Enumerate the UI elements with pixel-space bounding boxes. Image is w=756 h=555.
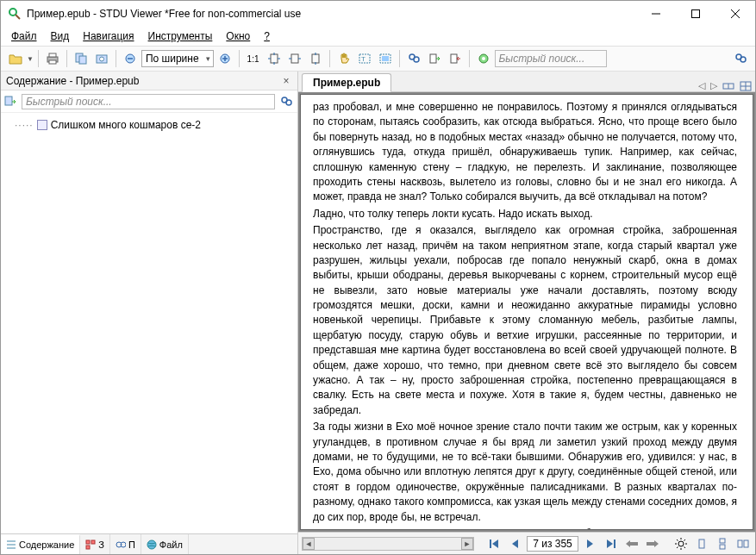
thumbnails-icon bbox=[85, 539, 96, 550]
minimize-button[interactable] bbox=[636, 1, 676, 27]
svg-point-12 bbox=[99, 57, 103, 61]
svg-point-0 bbox=[9, 9, 16, 16]
svg-line-1 bbox=[16, 15, 20, 19]
svg-rect-20 bbox=[312, 54, 319, 63]
sync-icon[interactable] bbox=[4, 96, 18, 108]
export-image-button[interactable] bbox=[446, 49, 465, 68]
zoom-out-button[interactable] bbox=[121, 49, 140, 68]
menu-file[interactable]: Файл bbox=[6, 28, 42, 44]
views-row-icon[interactable] bbox=[722, 81, 734, 91]
prev-page-button[interactable] bbox=[506, 536, 523, 552]
menu-help[interactable]: ? bbox=[259, 28, 275, 44]
svg-rect-52 bbox=[630, 542, 638, 546]
view-facing-button[interactable] bbox=[734, 536, 752, 552]
svg-point-30 bbox=[482, 57, 485, 60]
maximize-button[interactable] bbox=[676, 1, 715, 27]
quick-search-input[interactable]: Быстрый поиск... bbox=[495, 50, 607, 67]
history-forward-button[interactable] bbox=[644, 536, 661, 552]
separator bbox=[329, 50, 330, 67]
tab-prev-icon[interactable]: ◁ bbox=[698, 80, 705, 91]
paragraph: Всё к лучшему – наверняка через этот про… bbox=[313, 527, 737, 530]
separator bbox=[239, 50, 240, 67]
zoom-in-button[interactable] bbox=[216, 49, 234, 68]
svg-point-32 bbox=[740, 57, 746, 62]
snapshot-button[interactable] bbox=[92, 49, 111, 68]
content-viewport: раз пробовал, и мне совершенно не понрав… bbox=[298, 92, 755, 532]
separator bbox=[399, 50, 400, 67]
actual-size-button[interactable]: 1:1 bbox=[244, 49, 263, 68]
zoom-select[interactable]: По ширине bbox=[141, 50, 214, 67]
view-continuous-button[interactable] bbox=[714, 536, 731, 552]
export-text-button[interactable] bbox=[425, 49, 444, 68]
svg-line-62 bbox=[684, 539, 686, 541]
svg-rect-27 bbox=[430, 54, 436, 63]
page-icon bbox=[37, 120, 47, 130]
paragraph: Ладно, что толку теперь локти кусать. На… bbox=[313, 207, 737, 221]
settings-button[interactable] bbox=[474, 49, 493, 68]
document-tab[interactable]: Пример.epub bbox=[302, 73, 391, 92]
document-tabs: Пример.epub ◁ ▷ bbox=[298, 72, 755, 92]
menubar: Файл Вид Навигация Инструменты Окно ? bbox=[1, 27, 755, 46]
select-text-button[interactable]: T bbox=[355, 49, 374, 68]
svg-rect-63 bbox=[699, 539, 704, 548]
svg-point-35 bbox=[286, 100, 291, 105]
tab-search[interactable]: П bbox=[110, 534, 141, 554]
copy-button[interactable] bbox=[72, 49, 91, 68]
sidebar-close-button[interactable]: × bbox=[280, 75, 292, 87]
svg-rect-3 bbox=[692, 10, 700, 18]
brightness-button[interactable] bbox=[672, 536, 690, 552]
window-title: Пример.epub - STDU Viewer *Free for non-… bbox=[27, 8, 636, 20]
close-button[interactable] bbox=[715, 1, 755, 27]
select-image-button[interactable] bbox=[376, 49, 395, 68]
page-view[interactable]: раз пробовал, и мне совершенно не понрав… bbox=[300, 94, 753, 530]
svg-rect-41 bbox=[86, 546, 90, 549]
find-button[interactable] bbox=[404, 49, 423, 68]
next-page-button[interactable] bbox=[582, 536, 599, 552]
body: Содержание - Пример.epub × Быстрый поиск… bbox=[1, 72, 755, 554]
hand-tool-button[interactable] bbox=[334, 49, 353, 68]
tab-file[interactable]: Файл bbox=[141, 534, 189, 554]
horizontal-scrollbar[interactable]: ◄ ► bbox=[302, 537, 474, 551]
search-go-button[interactable] bbox=[731, 49, 750, 68]
main-area: Пример.epub ◁ ▷ раз пробовал, и мне сове… bbox=[298, 72, 755, 554]
sidebar-search-row: Быстрый поиск... bbox=[1, 90, 297, 113]
scroll-right-icon[interactable]: ► bbox=[461, 538, 473, 550]
menu-window[interactable]: Окно bbox=[221, 28, 255, 44]
svg-line-59 bbox=[677, 539, 678, 541]
svg-rect-7 bbox=[49, 53, 56, 57]
tree-item-label: Слишком много кошмаров ce-2 bbox=[51, 119, 201, 131]
first-page-button[interactable] bbox=[485, 536, 503, 552]
last-page-button[interactable] bbox=[603, 536, 620, 552]
views-grid-icon[interactable] bbox=[740, 81, 752, 91]
view-single-button[interactable] bbox=[693, 536, 710, 552]
fit-height-button[interactable] bbox=[306, 49, 325, 68]
svg-rect-64 bbox=[720, 539, 725, 543]
fit-page-button[interactable] bbox=[265, 49, 284, 68]
sidebar-search-input[interactable]: Быстрый поиск... bbox=[22, 94, 275, 109]
tree-item[interactable]: ····· Слишком много кошмаров ce-2 bbox=[4, 118, 294, 132]
contents-tree[interactable]: ····· Слишком много кошмаров ce-2 bbox=[1, 113, 297, 533]
svg-point-54 bbox=[678, 541, 684, 546]
sidebar-search-go[interactable] bbox=[278, 94, 294, 109]
page-number-input[interactable]: 7 из 355 bbox=[527, 536, 578, 552]
svg-point-44 bbox=[147, 540, 156, 549]
tab-next-icon[interactable]: ▷ bbox=[710, 80, 717, 91]
svg-rect-18 bbox=[271, 54, 278, 63]
sidebar-title: Содержание - Пример.epub × bbox=[1, 72, 297, 90]
svg-rect-66 bbox=[738, 540, 742, 547]
history-back-button[interactable] bbox=[623, 536, 640, 552]
tab-contents[interactable]: Содержание bbox=[1, 534, 80, 554]
tree-connector: ····· bbox=[15, 119, 34, 131]
svg-rect-28 bbox=[451, 54, 457, 63]
scroll-left-icon[interactable]: ◄ bbox=[303, 538, 315, 550]
tab-thumbnails[interactable]: З bbox=[80, 534, 110, 554]
fit-width-button[interactable] bbox=[285, 49, 304, 68]
menu-nav[interactable]: Навигация bbox=[78, 28, 139, 44]
print-button[interactable] bbox=[43, 49, 62, 68]
menu-tools[interactable]: Инструменты bbox=[143, 28, 218, 44]
sidebar-tabs: Содержание З П Файл bbox=[1, 533, 297, 554]
svg-rect-67 bbox=[744, 540, 748, 547]
menu-view[interactable]: Вид bbox=[46, 28, 75, 44]
svg-point-26 bbox=[414, 57, 419, 62]
open-button[interactable] bbox=[6, 49, 25, 68]
